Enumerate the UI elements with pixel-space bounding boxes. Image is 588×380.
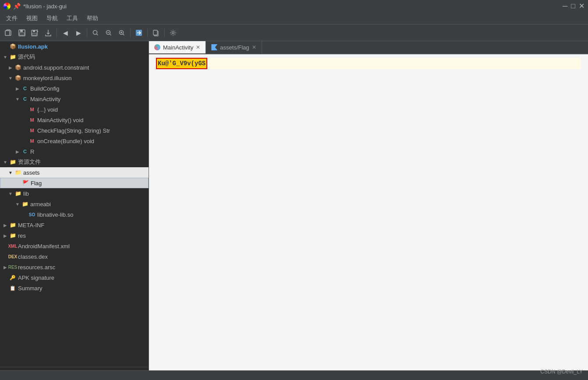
menu-navigate[interactable]: 导航 (42, 13, 62, 24)
title-bar: 📌 *llusion - jadx-gui ─ □ ✕ (0, 0, 588, 12)
tab-close-mainactivity[interactable]: ✕ (196, 45, 200, 50)
tree-monkeylord[interactable]: 📦 monkeylord.illusion (0, 73, 149, 83)
tree-androidmanifest[interactable]: XML AndroidManifest.xml (0, 241, 149, 251)
toolbar: ◀ ▶ (0, 25, 588, 41)
arrow-assets (7, 169, 14, 176)
libnative-label: libnative-lib.so (37, 211, 73, 218)
class-icon-r: C (21, 148, 29, 155)
highlighted-code: Ku@'G_V9v(yGS (156, 58, 207, 69)
tab-mainactivity[interactable]: MainActivity ✕ (149, 41, 206, 53)
tree-oncreate[interactable]: M onCreate(Bundle) void (0, 136, 149, 146)
apk-icon: 📦 (9, 43, 17, 50)
export-button[interactable] (42, 27, 54, 39)
copy-button[interactable] (150, 27, 162, 39)
tree-armeabi[interactable]: 📁 armeabi (0, 199, 149, 209)
toolbar-separator-4 (147, 28, 148, 37)
method-icon-oncreate: M (28, 137, 36, 144)
tab-label-mainactivity: MainActivity (163, 44, 193, 51)
arrow-resources (2, 158, 9, 165)
arrow-mainactivity (14, 95, 21, 102)
maximize-button[interactable]: □ (571, 3, 575, 10)
constructor-label: MainActivity() void (37, 117, 83, 123)
tree-apk-root[interactable]: 📦 llusion.apk (0, 41, 149, 52)
menu-tools[interactable]: 工具 (62, 13, 82, 24)
summary-label: Summary (18, 285, 43, 292)
main-area: 📦 llusion.apk 📁 源代码 📦 android.support.co… (0, 41, 588, 370)
apk-label: llusion.apk (18, 43, 48, 50)
svg-rect-0 (5, 31, 10, 35)
tree-r-class[interactable]: C R (0, 146, 149, 157)
folder-icon-meta: 📁 (9, 222, 17, 229)
tree-classesdex[interactable]: DEX classes.dex (0, 251, 149, 262)
editor-area: MainActivity ✕ assets/Flag ✕ Ku@'G_V9v(y… (149, 41, 588, 370)
tree-libnative[interactable]: SO libnative-lib.so (0, 209, 149, 220)
folder-icon-res2: 📁 (9, 232, 17, 239)
r-label: R (30, 148, 34, 155)
sidebar-horizontal-scrollbar[interactable] (0, 367, 149, 370)
svg-rect-5 (33, 30, 35, 32)
toolbar-separator-1 (57, 28, 57, 37)
svg-rect-3 (19, 33, 25, 35)
save-all-button[interactable] (29, 27, 41, 39)
sidebar-tree[interactable]: 📦 llusion.apk 📁 源代码 📦 android.support.co… (0, 41, 149, 367)
settings-button[interactable] (167, 27, 179, 39)
svg-rect-2 (20, 30, 23, 32)
minimize-button[interactable]: ─ (563, 3, 567, 10)
monkeylord-label: monkeylord.illusion (23, 75, 72, 81)
arrow-r (14, 148, 21, 155)
tab-assets-flag[interactable]: assets/Flag ✕ (206, 41, 262, 53)
close-button[interactable]: ✕ (579, 3, 584, 10)
tree-res[interactable]: 📁 res (0, 230, 149, 241)
tree-void-method[interactable]: M {...} void (0, 104, 149, 115)
menu-help[interactable]: 帮助 (82, 13, 103, 24)
toolbar-separator-5 (164, 28, 165, 37)
zoom-in-button[interactable] (116, 27, 128, 39)
svg-rect-6 (32, 33, 37, 35)
menu-view[interactable]: 视图 (22, 13, 42, 24)
apk-signature-label: APK signature (18, 274, 54, 281)
arrow-arsc (2, 264, 9, 271)
mainactivity-label: MainActivity (30, 96, 60, 102)
tree-resources-arsc[interactable]: RES resources.arsc (0, 262, 149, 272)
folder-icon-assets: 📁 (14, 169, 22, 176)
tree-resources[interactable]: 📁 资源文件 (0, 157, 149, 167)
save-button[interactable] (16, 27, 28, 39)
tree-apk-signature[interactable]: 🔑 APK signature (0, 272, 149, 283)
tree-checkflag[interactable]: M CheckFlag(String, String) Str (0, 125, 149, 136)
zoom-out-button[interactable] (103, 27, 115, 39)
void-label: {...} void (37, 106, 58, 113)
menu-file[interactable]: 文件 (2, 13, 22, 24)
tree-flag[interactable]: 🚩 Flag (0, 178, 149, 188)
tab-label-flag: assets/Flag (220, 44, 249, 51)
svg-point-13 (172, 32, 174, 34)
tree-meta-inf[interactable]: 📁 META-INF (0, 220, 149, 230)
folder-icon-res: 📁 (9, 158, 17, 165)
editor-content[interactable]: Ku@'G_V9v(yGS (149, 54, 588, 370)
source-code-label: 源代码 (18, 53, 35, 61)
tree-summary[interactable]: 📋 Summary (0, 283, 149, 293)
arrow-buildconfig (14, 85, 21, 92)
tree-mainactivity[interactable]: C MainActivity (0, 94, 149, 104)
tree-source-code[interactable]: 📁 源代码 (0, 52, 149, 62)
class-icon-main: C (21, 95, 29, 102)
watermark: CSDN @Devil_LY (540, 369, 583, 375)
tab-close-flag[interactable]: ✕ (252, 45, 256, 50)
meta-inf-label: META-INF (18, 222, 44, 229)
tree-assets[interactable]: 📁 assets (0, 167, 149, 178)
so-icon: SO (28, 211, 36, 218)
tree-buildconfig[interactable]: C BuildConfig (0, 83, 149, 94)
decompile-button[interactable] (133, 27, 145, 39)
package-icon-monkey: 📦 (14, 74, 22, 81)
tree-lib[interactable]: 📁 lib (0, 188, 149, 199)
method-icon-constructor: M (28, 116, 36, 123)
tree-android-support[interactable]: 📦 android.support.constraint (0, 62, 149, 73)
search-button[interactable] (89, 27, 102, 39)
open-file-button[interactable] (3, 27, 15, 39)
method-icon-void: M (28, 106, 36, 113)
arrow-meta (2, 222, 9, 229)
nav-back-button[interactable]: ◀ (59, 27, 71, 39)
tree-constructor[interactable]: M MainActivity() void (0, 115, 149, 125)
nav-forward-button[interactable]: ▶ (72, 27, 85, 39)
status-bar (0, 370, 588, 380)
res-label: res (18, 232, 26, 239)
